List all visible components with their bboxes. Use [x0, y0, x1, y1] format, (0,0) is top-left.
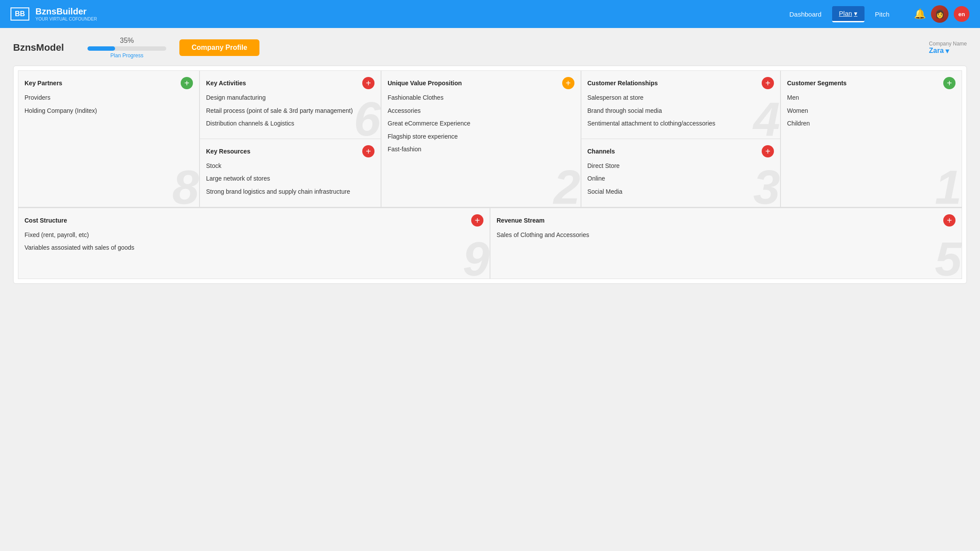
- revenue-watermark: 5: [935, 235, 962, 279]
- channels-title: Channels: [588, 148, 615, 155]
- customer-segments-header: Customer Segments +: [787, 77, 956, 89]
- unique-value-add-button[interactable]: +: [562, 77, 574, 89]
- key-partners-watermark: 8: [172, 163, 199, 207]
- revenue-item-1: Sales of Clothing and Accessories: [497, 231, 956, 240]
- channels-item-3: Social Media: [588, 188, 774, 196]
- key-activities-item-2: Retail process (point of sale & 3rd part…: [206, 107, 374, 115]
- cost-structure-header: Cost Structure +: [24, 214, 483, 227]
- business-model-canvas: Key Partners + Providers Holding Company…: [13, 66, 967, 284]
- unique-value-item-5: Fast-fashion: [388, 145, 574, 154]
- channels-header: Channels +: [588, 145, 774, 157]
- channels-add-button[interactable]: +: [762, 145, 774, 157]
- logo-tagline: YOUR VIRTUAL COFOUNDER: [35, 17, 97, 21]
- logo: BB BznsBuilder YOUR VIRTUAL COFOUNDER: [10, 7, 97, 21]
- company-name-section: Company Name Zara ▾: [929, 41, 967, 55]
- key-partners-header: Key Partners +: [24, 77, 193, 89]
- logo-box: BB: [10, 7, 29, 21]
- unique-value-cell: Unique Value Proposition + Fashionable C…: [381, 70, 581, 207]
- key-activities-cell: Key Activities + Design manufacturing Re…: [200, 71, 381, 139]
- unique-value-item-2: Accessories: [388, 107, 574, 115]
- customer-relationships-header: Customer Relationships +: [588, 77, 774, 89]
- nav-pitch[interactable]: Pitch: [868, 7, 896, 21]
- nav-dashboard[interactable]: Dashboard: [782, 7, 828, 21]
- cr-item-2: Brand through social media: [588, 107, 774, 115]
- logo-name: BznsBuilder: [35, 7, 87, 16]
- cost-structure-cell: Cost Structure + Fixed (rent, payroll, e…: [18, 208, 490, 279]
- revenue-stream-title: Revenue Stream: [497, 217, 545, 224]
- cost-item-2: Variables assosiated with sales of goods: [24, 244, 483, 252]
- unique-value-watermark: 2: [553, 163, 580, 207]
- key-partners-title: Key Partners: [24, 80, 62, 87]
- customer-segments-add-button[interactable]: +: [943, 77, 956, 89]
- cost-watermark: 9: [463, 235, 490, 279]
- channels-cell: Channels + Direct Store Online Social Me…: [581, 139, 780, 207]
- key-activities-header: Key Activities +: [206, 77, 374, 89]
- cs-item-2: Women: [787, 107, 956, 115]
- revenue-stream-cell: Revenue Stream + Sales of Clothing and A…: [490, 208, 962, 279]
- cs-watermark: 1: [935, 163, 962, 207]
- revenue-stream-header: Revenue Stream +: [497, 214, 956, 227]
- company-name-label: Company Name: [929, 41, 967, 47]
- cost-structure-add-button[interactable]: +: [471, 214, 483, 227]
- key-resources-header: Key Resources +: [206, 145, 374, 157]
- key-resources-title: Key Resources: [206, 148, 250, 155]
- cost-structure-title: Cost Structure: [24, 217, 67, 224]
- channels-item-1: Direct Store: [588, 162, 774, 171]
- unique-value-header: Unique Value Proposition +: [388, 77, 574, 89]
- canvas-bottom-grid: Cost Structure + Fixed (rent, payroll, e…: [18, 208, 962, 279]
- cr-item-1: Salesperson at store: [588, 94, 774, 102]
- top-bar: BznsModel 35% Plan Progress Company Prof…: [13, 37, 967, 59]
- unique-value-title: Unique Value Proposition: [388, 80, 462, 87]
- progress-bar: [88, 46, 166, 51]
- header-icons: 🔔 👩 en: [914, 5, 970, 23]
- page-title: BznsModel: [13, 42, 74, 53]
- key-resources-item-2: Large network of stores: [206, 174, 374, 183]
- cs-item-3: Children: [787, 119, 956, 128]
- customer-relationships-add-button[interactable]: +: [762, 77, 774, 89]
- customer-relationships-cell: Customer Relationships + Salesperson at …: [581, 71, 780, 139]
- key-resources-add-button[interactable]: +: [362, 145, 374, 157]
- cr-channels-col: Customer Relationships + Salesperson at …: [581, 70, 781, 207]
- progress-bar-fill: [88, 46, 115, 51]
- company-profile-button[interactable]: Company Profile: [179, 39, 259, 56]
- logo-text-wrap: BznsBuilder YOUR VIRTUAL COFOUNDER: [35, 7, 97, 21]
- key-activities-item-3: Distribution channels & Logistics: [206, 119, 374, 128]
- key-partners-item-1: Providers: [24, 94, 193, 102]
- customer-segments-cell: Customer Segments + Men Women Children 1: [780, 70, 962, 207]
- main-content: BznsModel 35% Plan Progress Company Prof…: [0, 28, 980, 293]
- key-resources-item-1: Stock: [206, 162, 374, 171]
- notification-icon[interactable]: 🔔: [914, 8, 926, 20]
- unique-value-item-3: Great eCommerce Experience: [388, 119, 574, 128]
- channels-item-2: Online: [588, 174, 774, 183]
- key-activities-title: Key Activities: [206, 80, 246, 87]
- header: BB BznsBuilder YOUR VIRTUAL COFOUNDER Da…: [0, 0, 980, 28]
- progress-label: Plan Progress: [110, 52, 143, 59]
- cs-item-1: Men: [787, 94, 956, 102]
- revenue-stream-add-button[interactable]: +: [943, 214, 956, 227]
- key-activities-add-button[interactable]: +: [362, 77, 374, 89]
- avatar[interactable]: 👩: [931, 5, 948, 23]
- key-partners-cell: Key Partners + Providers Holding Company…: [18, 70, 200, 207]
- key-partners-add-button[interactable]: +: [181, 77, 193, 89]
- key-resources-cell: Key Resources + Stock Large network of s…: [200, 139, 381, 207]
- unique-value-item-4: Flagship store experience: [388, 133, 574, 141]
- key-activities-item-1: Design manufacturing: [206, 94, 374, 102]
- nav-plan[interactable]: Plan ▾: [832, 6, 864, 22]
- nav: Dashboard Plan ▾ Pitch: [782, 6, 896, 22]
- canvas-top-grid: Key Partners + Providers Holding Company…: [18, 70, 962, 208]
- cr-item-3: Sentimental attachment to clothing/acces…: [588, 119, 774, 128]
- progress-percent: 35%: [120, 37, 134, 45]
- cost-item-1: Fixed (rent, payroll, etc): [24, 231, 483, 240]
- key-activities-resources-col: Key Activities + Design manufacturing Re…: [200, 70, 381, 207]
- key-resources-item-3: Strong brand logistics and supply chain …: [206, 188, 374, 196]
- company-name-value: Zara ▾: [929, 47, 967, 55]
- key-partners-item-2: Holding Company (Inditex): [24, 107, 193, 115]
- customer-segments-title: Customer Segments: [787, 80, 847, 87]
- progress-section: 35% Plan Progress: [83, 37, 171, 59]
- language-badge[interactable]: en: [954, 6, 970, 22]
- unique-value-item-1: Fashionable Clothes: [388, 94, 574, 102]
- customer-relationships-title: Customer Relationships: [588, 80, 658, 87]
